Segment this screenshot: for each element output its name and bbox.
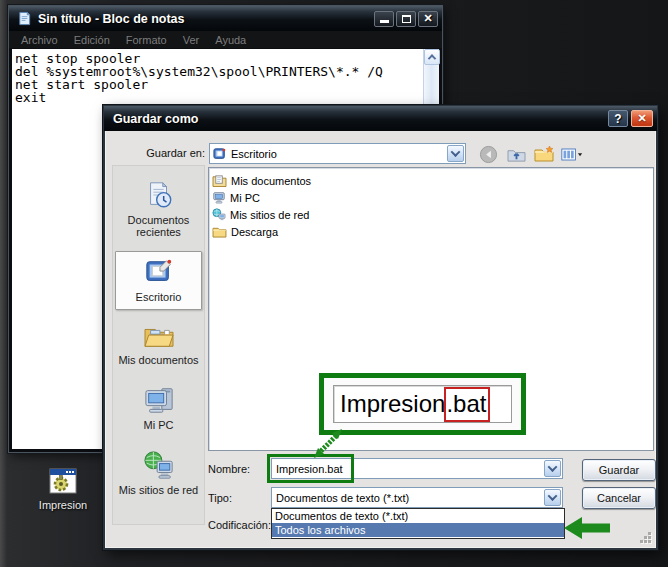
file-item-descarga[interactable]: Descarga <box>212 223 653 240</box>
notepad-app-icon <box>17 11 32 26</box>
desktop-icon-label: Impresion <box>39 499 87 511</box>
back-button[interactable] <box>477 143 499 165</box>
help-button[interactable]: ? <box>608 110 628 127</box>
name-label: Nombre: <box>208 463 250 475</box>
filename-dropdown-button[interactable] <box>544 460 561 477</box>
views-icon <box>561 146 583 163</box>
chevron-down-icon <box>548 462 558 472</box>
file-item-label: Mis documentos <box>231 175 311 187</box>
filetype-combobox[interactable]: Documentos de texto (*.txt) <box>271 487 563 508</box>
file-item-label: Mi PC <box>230 192 260 204</box>
network-icon <box>212 208 226 221</box>
minimize-button[interactable] <box>374 11 394 27</box>
save-in-combobox[interactable]: Escritorio <box>209 143 466 164</box>
menu-ver[interactable]: Ver <box>183 34 200 46</box>
desktop-location-icon <box>213 147 227 161</box>
menu-ayuda[interactable]: Ayuda <box>215 34 246 46</box>
notepad-titlebar[interactable]: Sin título - Bloc de notas ✕ <box>9 6 442 31</box>
file-item-label: Mis sitios de red <box>230 209 309 221</box>
save-in-value: Escritorio <box>227 148 446 160</box>
diagonal-arrow-annotation <box>312 427 344 461</box>
folder-up-icon <box>507 146 526 163</box>
file-item-mis-sitios-de-red[interactable]: Mis sitios de red <box>212 206 653 223</box>
place-label: Escritorio <box>136 291 182 303</box>
dialog-toolbar <box>477 143 583 165</box>
place-my-computer[interactable]: Mi PC <box>115 379 202 438</box>
save-in-dropdown-button[interactable] <box>447 145 464 162</box>
notepad-title: Sin título - Bloc de notas <box>38 12 372 26</box>
my-documents-icon <box>143 322 175 350</box>
my-computer-icon <box>143 385 175 415</box>
save-button[interactable]: Guardar <box>582 459 656 481</box>
resize-grip[interactable] <box>640 532 653 545</box>
back-icon <box>479 145 498 164</box>
cancel-button[interactable]: Cancelar <box>582 487 656 509</box>
maximize-button[interactable] <box>396 11 416 27</box>
folder-icon <box>212 226 227 238</box>
views-menu-button[interactable] <box>561 143 583 165</box>
new-folder-button[interactable] <box>533 143 555 165</box>
file-item-mis-documentos[interactable]: Mis documentos <box>212 172 653 189</box>
dropdown-option-txt[interactable]: Documentos de texto (*.txt) <box>272 509 564 523</box>
places-bar: Documentos recientes Escritorio Mis docu… <box>112 165 205 525</box>
place-recent-documents[interactable]: Documentos recientes <box>115 174 202 245</box>
new-folder-icon <box>534 145 554 163</box>
notepad-menubar: Archivo Edición Formato Ver Ayuda <box>9 31 442 48</box>
chevron-down-icon <box>548 491 558 501</box>
file-item-label: Descarga <box>231 226 278 238</box>
close-button[interactable]: ✕ <box>418 11 438 27</box>
desktop-place-icon <box>144 257 174 287</box>
scroll-up-button[interactable] <box>424 49 440 65</box>
documents-folder-icon <box>212 174 227 187</box>
place-label: Documentos recientes <box>118 214 199 238</box>
magnified-filename-field: Impresion.bat <box>333 385 512 423</box>
filetype-dropdown-list: Documentos de texto (*.txt) Todos los ar… <box>271 508 565 539</box>
place-desktop[interactable]: Escritorio <box>115 251 202 310</box>
menu-archivo[interactable]: Archivo <box>21 34 58 46</box>
place-network[interactable]: Mis sitios de red <box>115 444 202 503</box>
filetype-dropdown-button[interactable] <box>544 489 561 506</box>
batch-file-icon <box>47 468 79 496</box>
chevron-up-icon <box>428 54 436 62</box>
dialog-titlebar[interactable]: Guardar como ? ✕ <box>104 106 657 131</box>
save-as-dialog: Guardar como ? ✕ Guardar en: Escritorio <box>103 105 658 550</box>
magnified-name-text: Impresion <box>340 390 445 418</box>
up-one-level-button[interactable] <box>505 143 527 165</box>
place-label: Mis documentos <box>118 354 198 366</box>
dropdown-option-all-files[interactable]: Todos los archivos <box>272 523 564 537</box>
network-places-icon <box>143 450 175 480</box>
dialog-title: Guardar como <box>113 112 608 126</box>
computer-icon <box>212 191 226 204</box>
dialog-close-button[interactable]: ✕ <box>631 110 653 127</box>
code-line: exit <box>15 90 46 105</box>
file-item-mi-pc[interactable]: Mi PC <box>212 189 653 206</box>
encoding-label: Codificación: <box>208 519 271 531</box>
minimize-icon <box>380 20 389 23</box>
chevron-down-icon <box>451 147 461 157</box>
magnified-filename-annotation: Impresion.bat <box>319 373 526 435</box>
filetype-value: Documentos de texto (*.txt) <box>272 492 543 504</box>
menu-formato[interactable]: Formato <box>126 34 167 46</box>
maximize-icon <box>402 15 411 23</box>
save-in-label: Guardar en: <box>131 147 205 159</box>
type-label: Tipo: <box>208 492 232 504</box>
recent-documents-icon <box>144 180 174 210</box>
place-my-documents[interactable]: Mis documentos <box>115 316 202 373</box>
left-arrow-annotation <box>562 514 612 542</box>
place-label: Mis sitios de red <box>119 484 198 496</box>
desktop-icon-impresion[interactable]: Impresion <box>34 468 92 511</box>
magnified-extension-highlight: .bat <box>444 387 490 422</box>
menu-edicion[interactable]: Edición <box>74 34 110 46</box>
place-label: Mi PC <box>144 419 174 431</box>
